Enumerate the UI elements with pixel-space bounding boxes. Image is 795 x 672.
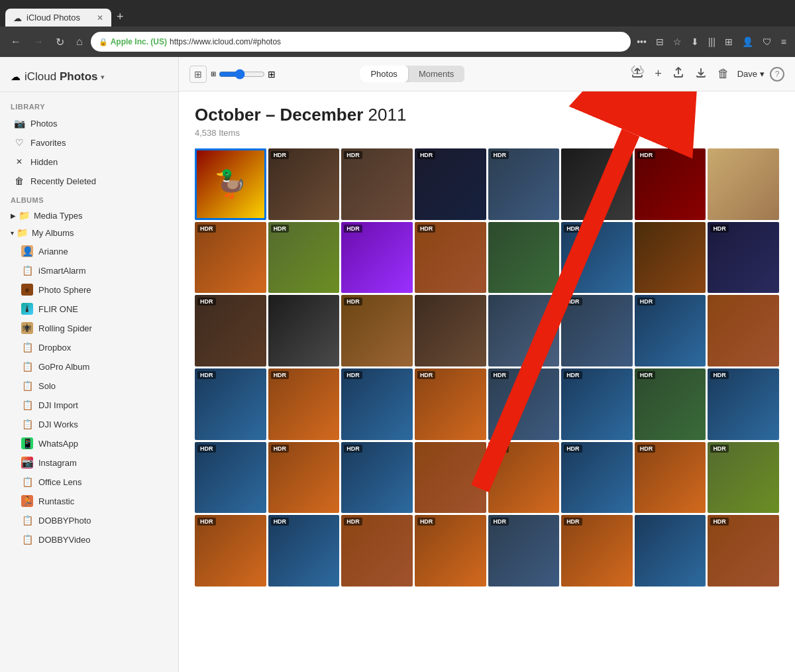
active-tab[interactable]: ☁ iCloud Photos ✕ — [5, 9, 111, 27]
photo-thumb-22[interactable]: HDR — [561, 295, 633, 366]
photo-thumb-36[interactable] — [415, 442, 486, 514]
account-button[interactable]: 👤 — [740, 34, 755, 49]
photo-thumb-21[interactable] — [488, 295, 560, 366]
tabs-button[interactable]: ⊞ — [723, 34, 735, 49]
photo-thumb-13[interactable] — [488, 222, 560, 294]
photo-thumb-47[interactable] — [635, 515, 706, 587]
photo-thumb-39[interactable]: HDR — [635, 442, 706, 514]
address-bar[interactable]: 🔒 Apple Inc. (US) https://www.icloud.com… — [91, 32, 631, 52]
photo-thumb-2[interactable]: HDR — [268, 148, 340, 220]
photo-thumb-48[interactable]: HDR — [708, 515, 779, 587]
photo-thumb-30[interactable]: HDR — [561, 368, 633, 440]
photo-thumb-11[interactable]: HDR — [341, 222, 413, 294]
photo-thumb-45[interactable]: HDR — [488, 515, 560, 587]
photo-thumb-42[interactable]: HDR — [268, 515, 340, 587]
more-button[interactable]: ••• — [635, 34, 649, 49]
sidebar-item-office-lens[interactable]: 📋Office Lens — [3, 473, 176, 491]
photo-thumb-8[interactable] — [708, 148, 779, 220]
share-btn[interactable] — [670, 64, 687, 84]
photo-thumb-5[interactable]: HDR — [488, 148, 560, 220]
photo-thumb-15[interactable] — [635, 222, 706, 294]
sidebar-item-photos[interactable]: 📷 Photos — [3, 114, 176, 133]
trash-btn[interactable]: 🗑 — [715, 64, 732, 84]
new-tab-button[interactable]: + — [111, 7, 129, 27]
add-btn[interactable]: + — [652, 64, 664, 84]
photo-thumb-44[interactable]: HDR — [415, 515, 486, 587]
refresh-button[interactable]: ↻ — [52, 33, 68, 51]
shield-button[interactable]: 🛡 — [761, 34, 774, 49]
my-albums-header[interactable]: ▾ 📁 My Albums — [0, 224, 178, 241]
photo-thumb-1[interactable]: 🦆 — [195, 148, 266, 220]
tab-moments[interactable]: Moments — [408, 66, 464, 82]
photo-thumb-14[interactable]: HDR — [561, 222, 633, 294]
menu-button[interactable]: ≡ — [779, 34, 788, 49]
sidebar-item-dobby-video[interactable]: 📋DOBBYVideo — [3, 530, 176, 549]
photo-thumb-9[interactable]: HDR — [195, 222, 266, 294]
photo-thumb-7[interactable]: HDR — [635, 148, 706, 220]
grid-size-slider[interactable] — [219, 69, 265, 80]
photo-thumb-16[interactable]: HDR — [708, 222, 779, 294]
photo-thumb-12[interactable]: HDR — [415, 222, 486, 294]
photo-thumb-31[interactable]: HDR — [635, 368, 706, 440]
sidebar-item-gopro-album[interactable]: 📋GoPro Album — [3, 357, 176, 376]
sidebar-item-whatsapp[interactable]: 📱WhatsApp — [3, 434, 176, 453]
photo-thumb-10[interactable]: HDR — [268, 222, 340, 294]
photo-thumb-28[interactable]: HDR — [415, 368, 486, 440]
sidebar-item-dropbox[interactable]: 📋Dropbox — [3, 338, 176, 357]
sidebar-toggle-button[interactable]: ⊞ — [189, 66, 207, 83]
star-button[interactable]: ☆ — [671, 34, 684, 49]
sidebar-item-solo[interactable]: 📋Solo — [3, 376, 176, 395]
sidebar-item-recently-deleted[interactable]: 🗑 Recently Deleted — [3, 172, 176, 190]
sidebar-item-dji-import[interactable]: 📋DJI Import — [3, 396, 176, 414]
photo-thumb-3[interactable]: HDR — [341, 148, 413, 220]
sidebar-item-dobby-photo[interactable]: 📋DOBBYPhoto — [3, 511, 176, 530]
photo-thumb-6[interactable] — [561, 148, 633, 220]
photo-thumb-4[interactable]: HDR — [415, 148, 486, 220]
sidebar-item-hidden[interactable]: ✕ Hidden — [3, 152, 176, 171]
photo-thumb-32[interactable]: HDR — [708, 368, 779, 440]
photo-thumb-46[interactable]: HDR — [561, 515, 633, 587]
upload-to-cloud-btn[interactable] — [628, 63, 647, 85]
photo-thumb-37[interactable]: HDR — [488, 442, 560, 514]
media-types-header[interactable]: ▶ 📁 Media Types — [0, 207, 178, 224]
photo-thumb-27[interactable]: HDR — [341, 368, 413, 440]
photo-thumb-19[interactable]: HDR — [341, 295, 413, 366]
photo-thumb-29[interactable]: HDR — [488, 368, 560, 440]
photo-thumb-20[interactable] — [415, 295, 486, 366]
user-menu-btn[interactable]: Dave ▾ — [737, 69, 765, 79]
sidebar-item-photo-sphere[interactable]: ●Photo Sphere — [3, 280, 176, 299]
sidebar-item-favorites[interactable]: ♡ Favorites — [3, 133, 176, 152]
download-photos-btn[interactable] — [692, 64, 710, 84]
photo-thumb-26[interactable]: HDR — [268, 368, 340, 440]
photo-thumb-35[interactable]: HDR — [341, 442, 413, 514]
sidebar-item-flir-one[interactable]: 🌡FLIR ONE — [3, 300, 176, 318]
sidebar-item-dji-works[interactable]: 📋DJI Works — [3, 415, 176, 433]
photo-thumb-33[interactable]: HDR — [195, 442, 266, 514]
photo-thumb-17[interactable]: HDR — [195, 295, 266, 366]
help-btn[interactable]: ? — [770, 67, 784, 82]
photo-thumb-40[interactable]: HDR — [708, 442, 779, 514]
photo-thumb-18[interactable] — [268, 295, 340, 366]
back-button[interactable]: ← — [7, 33, 25, 50]
photo-area[interactable]: October – December 2011 4,538 Items 🦆HDR… — [179, 91, 795, 672]
download-button[interactable]: ⬇ — [689, 34, 701, 49]
pocket-button[interactable]: ⊟ — [654, 34, 666, 49]
sidebar-item-arianne[interactable]: 👤Arianne — [3, 242, 176, 260]
app-title-chevron[interactable]: ▾ — [101, 73, 105, 82]
sidebar-item-ismartAlarm[interactable]: 📋iSmartAlarm — [3, 261, 176, 280]
forward-button[interactable]: → — [29, 33, 48, 50]
sidebar-item-rolling-spider[interactable]: 🕷Rolling Spider — [3, 319, 176, 337]
photo-thumb-43[interactable]: HDR — [341, 515, 413, 587]
sidebar-item-runtastic[interactable]: 🏃Runtastic — [3, 492, 176, 510]
library-button[interactable]: ||| — [706, 34, 717, 49]
tab-photos[interactable]: Photos — [360, 66, 407, 82]
photo-thumb-34[interactable]: HDR — [268, 442, 340, 514]
home-button[interactable]: ⌂ — [72, 33, 87, 50]
photo-thumb-24[interactable] — [708, 295, 779, 366]
tab-close-btn[interactable]: ✕ — [97, 13, 103, 23]
photo-thumb-25[interactable]: HDR — [195, 368, 266, 440]
photo-thumb-23[interactable]: HDR — [635, 295, 706, 366]
photo-thumb-38[interactable]: HDR — [561, 442, 633, 514]
sidebar-item-instagram[interactable]: 📷Instagram — [3, 453, 176, 472]
photo-thumb-41[interactable]: HDR — [195, 515, 266, 587]
